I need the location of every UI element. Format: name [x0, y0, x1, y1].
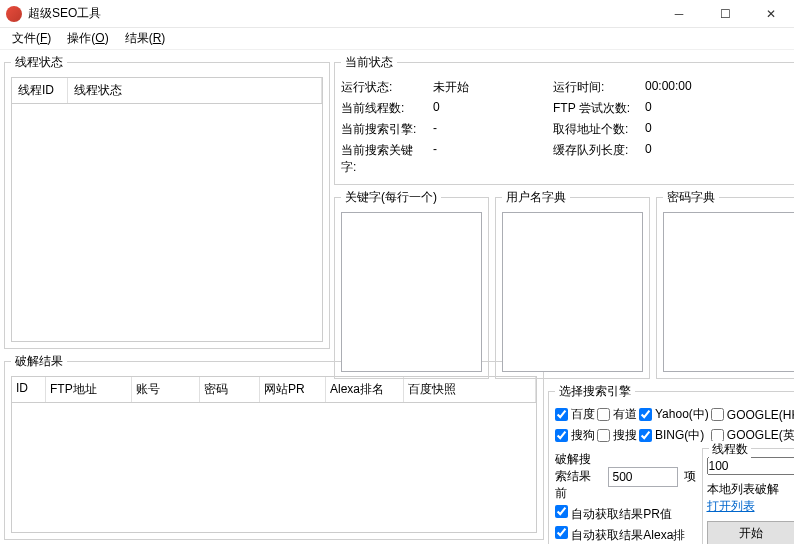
label-engine: 当前搜索引擎: [341, 121, 423, 138]
col-pr[interactable]: 网站PR [260, 377, 326, 402]
label-local-crack: 本地列表破解 [707, 481, 795, 498]
engine-youdao[interactable]: 有道 [597, 406, 637, 423]
maximize-button[interactable]: ☐ [702, 0, 748, 28]
userdict-panel: 用户名字典 [495, 189, 650, 379]
engine-sogou[interactable]: 搜狗 [555, 427, 595, 444]
thread-table-header: 线程ID 线程状态 [11, 77, 323, 104]
col-pass[interactable]: 密码 [200, 377, 260, 402]
menu-result[interactable]: 结果(R) [117, 28, 174, 49]
search-engine-panel: 选择搜索引擎 百度 有道 Yahoo(中) GOOGLE(HK) 搜狗 搜搜 B… [548, 383, 794, 544]
value-run-state: 未开始 [433, 79, 543, 96]
value-ftp-try: 0 [645, 100, 735, 117]
engine-bing[interactable]: BING(中) [639, 427, 709, 444]
input-thread-count[interactable] [707, 457, 795, 475]
label-threads: 当前线程数: [341, 100, 423, 117]
label-ftp-try: FTP 尝试次数: [553, 100, 635, 117]
label-run-time: 运行时间: [553, 79, 635, 96]
value-got-addr: 0 [645, 121, 735, 138]
userdict-textarea[interactable] [502, 212, 643, 372]
start-button[interactable]: 开始 [707, 521, 795, 544]
value-engine: - [433, 121, 543, 138]
col-thread-status[interactable]: 线程状态 [68, 78, 322, 103]
label-keyword: 当前搜索关键字: [341, 142, 423, 176]
crack-result-legend: 破解结果 [11, 353, 67, 370]
col-id[interactable]: ID [12, 377, 46, 402]
keywords-panel: 关键字(每行一个) [334, 189, 489, 379]
crack-table-header: ID FTP地址 账号 密码 网站PR Alexa排名 百度快照 [11, 376, 537, 403]
window-title: 超级SEO工具 [28, 5, 656, 22]
engine-yahoo[interactable]: Yahoo(中) [639, 406, 709, 423]
value-threads: 0 [433, 100, 543, 117]
thread-table-body[interactable] [11, 104, 323, 342]
col-ftp[interactable]: FTP地址 [46, 377, 132, 402]
keywords-legend: 关键字(每行一个) [341, 189, 441, 206]
engine-googlehk[interactable]: GOOGLE(HK) [711, 406, 794, 423]
col-alexa[interactable]: Alexa排名 [326, 377, 404, 402]
search-engine-legend: 选择搜索引擎 [555, 383, 635, 400]
label-items: 项 [684, 468, 696, 485]
value-keyword: - [433, 142, 543, 176]
thread-count-legend: 线程数 [709, 441, 751, 458]
col-user[interactable]: 账号 [132, 377, 200, 402]
thread-count-group: 线程数 本地列表破解 打开列表 开始 [702, 448, 795, 544]
engine-baidu[interactable]: 百度 [555, 406, 595, 423]
passdict-panel: 密码字典 [656, 189, 794, 379]
label-crack-top: 破解搜索结果前 [555, 451, 602, 502]
col-thread-id[interactable]: 线程ID [12, 78, 68, 103]
current-status-panel: 当前状态 运行状态: 未开始 运行时间: 00:00:00 当前线程数: 0 F… [334, 54, 794, 185]
input-crack-top[interactable] [608, 467, 678, 487]
col-baidu[interactable]: 百度快照 [404, 377, 536, 402]
crack-result-panel: 破解结果 ID FTP地址 账号 密码 网站PR Alexa排名 百度快照 [4, 353, 544, 540]
menu-operate[interactable]: 操作(O) [59, 28, 116, 49]
titlebar: 超级SEO工具 ─ ☐ ✕ [0, 0, 794, 28]
label-run-state: 运行状态: [341, 79, 423, 96]
userdict-legend: 用户名字典 [502, 189, 570, 206]
current-status-legend: 当前状态 [341, 54, 397, 71]
keywords-textarea[interactable] [341, 212, 482, 372]
menubar: 文件(F) 操作(O) 结果(R) [0, 28, 794, 50]
label-got-addr: 取得地址个数: [553, 121, 635, 138]
link-open-list[interactable]: 打开列表 [707, 498, 795, 515]
chk-auto-pr[interactable]: 自动获取结果PR值 [555, 505, 672, 523]
chk-auto-alexa[interactable]: 自动获取结果Alexa排名 [555, 526, 696, 544]
value-run-time: 00:00:00 [645, 79, 735, 96]
passdict-textarea[interactable] [663, 212, 794, 372]
engine-soso[interactable]: 搜搜 [597, 427, 637, 444]
passdict-legend: 密码字典 [663, 189, 719, 206]
label-queue: 缓存队列长度: [553, 142, 635, 176]
minimize-button[interactable]: ─ [656, 0, 702, 28]
thread-status-legend: 线程状态 [11, 54, 67, 71]
app-icon [6, 6, 22, 22]
value-queue: 0 [645, 142, 735, 176]
close-button[interactable]: ✕ [748, 0, 794, 28]
crack-table-body[interactable] [11, 403, 537, 533]
thread-status-panel: 线程状态 线程ID 线程状态 [4, 54, 330, 349]
menu-file[interactable]: 文件(F) [4, 28, 59, 49]
